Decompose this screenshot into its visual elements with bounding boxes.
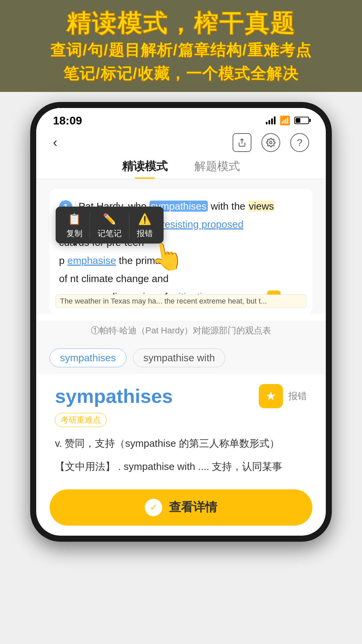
report-label: 报错 bbox=[137, 228, 153, 239]
note-label: 记笔记 bbox=[98, 228, 122, 239]
context-copy[interactable]: 📋 复制 bbox=[59, 213, 90, 239]
view-detail-icon: ✓ bbox=[145, 499, 162, 516]
phone-screen: 18:09 📶 ‹ bbox=[36, 108, 326, 536]
def-usage-title: 【文中用法】 bbox=[55, 461, 115, 472]
view-detail-button[interactable]: ✓ 查看详情 bbox=[50, 489, 312, 526]
passage-of2: of bbox=[59, 273, 70, 284]
star-button[interactable]: ★ bbox=[259, 384, 283, 408]
def-word: sympathises bbox=[55, 385, 173, 407]
promo-header: 精读模式，榨干真题 查词/句/题目解析/篇章结构/重难考点 笔记/标记/收藏，一… bbox=[0, 0, 362, 92]
context-note[interactable]: ✏️ 记笔记 bbox=[90, 213, 129, 239]
passage-with: with the bbox=[211, 201, 248, 212]
def-usage: 【文中用法】 . sympathise with .... 支持，认同某事 bbox=[55, 457, 307, 476]
star-icon: ★ bbox=[265, 389, 276, 403]
context-menu: 📋 复制 ✏️ 记笔记 ⚠️ 报错 bbox=[56, 207, 164, 244]
help-button[interactable]: ? bbox=[290, 133, 309, 152]
word-tab-sympathises[interactable]: sympathises bbox=[50, 348, 126, 367]
promo-title: 精读模式，榨干真题 bbox=[13, 9, 349, 37]
passage-nt: nt climate change and bbox=[70, 273, 169, 284]
tab-jieti[interactable]: 解题模式 bbox=[194, 159, 240, 179]
tabs-bar: 精读模式 解题模式 bbox=[36, 155, 326, 179]
word-tab-sympathise-with[interactable]: sympathise with bbox=[133, 348, 225, 367]
signal-icon bbox=[266, 116, 276, 124]
yellow-views: views bbox=[248, 201, 275, 212]
status-icons: 📶 bbox=[266, 115, 309, 126]
copy-icon: 📋 bbox=[68, 213, 81, 225]
nav-icons: ? bbox=[233, 133, 309, 152]
note-icon: ✏️ bbox=[103, 213, 116, 225]
status-bar: 18:09 📶 bbox=[36, 108, 326, 130]
wifi-icon: 📶 bbox=[280, 115, 290, 126]
def-pos: v. bbox=[55, 438, 62, 449]
def-actions: ★ 报错 bbox=[259, 384, 307, 408]
copy-label: 复制 bbox=[66, 228, 82, 239]
bottom-btn-area: ✓ 查看详情 bbox=[36, 483, 326, 536]
translation-text: ①帕特·哈迪（Pat Hardy）对能源部门的观点表 bbox=[91, 325, 272, 335]
status-time: 18:09 bbox=[53, 114, 82, 127]
report-icon: ⚠️ bbox=[138, 213, 152, 225]
translation-bar: ①帕特·哈迪（Pat Hardy）对能源部门的观点表 bbox=[36, 321, 326, 342]
def-word-row: sympathises ★ 报错 bbox=[55, 384, 307, 408]
kaoyan-badge: 考研重难点 bbox=[55, 413, 107, 427]
passage-primacy: the primacy bbox=[119, 255, 171, 266]
share-button[interactable] bbox=[233, 133, 251, 152]
def-report-button[interactable]: 报错 bbox=[288, 390, 307, 402]
passage-card: 1 Pat Hardy, who sympathises with the vi… bbox=[50, 189, 312, 314]
word-tabs: sympathises sympathise with bbox=[36, 342, 326, 374]
promo-subtitle1: 查词/句/题目解析/篇章结构/重难考点 bbox=[13, 39, 349, 61]
view-detail-label: 查看详情 bbox=[169, 499, 217, 516]
phone-mockup: 18:09 📶 ‹ bbox=[30, 102, 332, 542]
definition-area: sympathises ★ 报错 考研重难点 v. 赞同，支持（sympathi… bbox=[42, 374, 320, 483]
svg-point-1 bbox=[270, 141, 272, 144]
phone-wrapper: 18:09 📶 ‹ bbox=[0, 92, 362, 542]
tooltip-text: The weather in Texas may ha... the recen… bbox=[60, 297, 267, 305]
passage-p: p bbox=[59, 255, 65, 266]
top-nav: ‹ bbox=[36, 130, 326, 155]
def-body: v. 赞同，支持（sympathise 的第三人称单数形式） 【文中用法】 . … bbox=[55, 434, 307, 476]
settings-button[interactable] bbox=[261, 133, 280, 152]
tab-jingdu[interactable]: 精读模式 bbox=[122, 159, 168, 179]
battery-icon bbox=[294, 117, 309, 124]
link-emphasise[interactable]: emphasise bbox=[67, 255, 116, 266]
context-report[interactable]: ⚠️ 报错 bbox=[129, 213, 160, 239]
def-meaning: 赞同，支持（sympathise 的第三人称单数形式） bbox=[65, 438, 279, 449]
tooltip-snippet: The weather in Texas may ha... the recen… bbox=[56, 294, 306, 308]
checkmark-icon: ✓ bbox=[150, 502, 158, 513]
back-button[interactable]: ‹ bbox=[53, 135, 57, 150]
content-area: 1 Pat Hardy, who sympathises with the vi… bbox=[36, 179, 326, 314]
promo-subtitle2: 笔记/标记/收藏，一个模式全解决 bbox=[13, 63, 349, 84]
def-usage-text: . sympathise with .... 支持，认同某事 bbox=[118, 461, 282, 472]
link-resisting[interactable]: resisting proposed bbox=[161, 219, 243, 230]
